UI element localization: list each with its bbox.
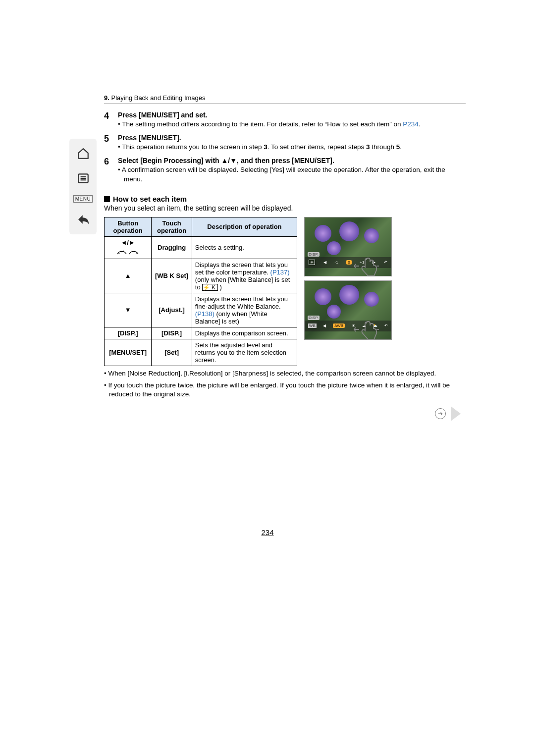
desc-set-return: Sets the adjusted level and returns you …: [192, 339, 297, 366]
square-bullet-icon: [104, 196, 110, 202]
disp-tag: DISP.: [308, 252, 320, 257]
touch-disp: [DISP.]: [152, 327, 192, 339]
step-title: Select [Begin Processing] with ▲/▼, and …: [118, 157, 466, 164]
chapter-number: 9.: [104, 94, 109, 102]
touch-adjust: [Adjust.]: [152, 293, 192, 327]
chapter-header: 9. Playing Back and Editing Images: [104, 94, 466, 104]
home-icon[interactable]: [75, 146, 91, 162]
page-number: 234: [69, 528, 466, 537]
table-row: ◄/► Dragging Selects a setting.: [105, 236, 297, 259]
howto-heading: How to set each item: [104, 195, 466, 203]
step-bullet: • The setting method differs according t…: [118, 120, 466, 129]
table-row: ▲ [WB K Set] Displays the screen that le…: [105, 259, 297, 293]
table-row: ▼ [Adjust.] Displays the screen that let…: [105, 293, 297, 327]
desc-comparison: Displays the comparison screen.: [192, 327, 297, 339]
step-bullet: • A confirmation screen will be displaye…: [118, 165, 466, 183]
side-nav: MENU: [69, 139, 97, 234]
step-title: Press [MENU/SET] and set.: [118, 111, 466, 119]
menu-label[interactable]: MENU: [73, 195, 93, 203]
step-4: 4 Press [MENU/SET] and set. • The settin…: [104, 111, 466, 131]
svg-line-4: [118, 253, 119, 254]
btn-down: ▼: [105, 293, 152, 327]
preview-images: DISP. ☀ ◀ -1 0 +1 ▶ ↶: [304, 217, 393, 340]
howto-intro: When you select an item, the setting scr…: [104, 204, 466, 212]
table-row: [MENU/SET] [Set] Sets the adjusted level…: [105, 339, 297, 366]
table-row: [DISP.] [DISP.] Displays the comparison …: [105, 327, 297, 339]
step-5: 5 Press [MENU/SET]. • This operation ret…: [104, 134, 466, 154]
svg-line-7: [132, 251, 132, 252]
hand-drag-icon: [352, 320, 381, 340]
next-page-button[interactable]: ➔: [431, 406, 461, 421]
note-comparison-limits: • When [Noise Reduction], [i.Resolution]…: [104, 369, 466, 378]
btn-menuset: [MENU/SET]: [105, 339, 152, 366]
col-button-operation: Button operation: [105, 217, 152, 236]
link-p137[interactable]: (P137): [270, 269, 290, 276]
chapter-title: Playing Back and Editing Images: [111, 94, 205, 102]
step-bullet: • This operation returns you to the scre…: [118, 143, 466, 152]
col-description: Description of operation: [192, 217, 297, 236]
desc-select-setting: Selects a setting.: [192, 236, 297, 259]
back-icon[interactable]: [75, 212, 91, 227]
desc-color-temp: Displays the screen that lets you set th…: [192, 259, 297, 293]
btn-up: ▲: [105, 259, 152, 293]
btn-left-right-dial: ◄/►: [105, 236, 152, 259]
kelvin-icon: ⚡ K: [202, 284, 217, 291]
touch-set: [Set]: [152, 339, 192, 366]
contents-icon[interactable]: [75, 170, 91, 186]
link-p138[interactable]: (P138): [195, 310, 214, 318]
note-double-tap-zoom: • If you touch the picture twice, the pi…: [104, 381, 466, 399]
disp-tag: DISP.: [308, 316, 320, 320]
step-number: 6: [104, 157, 118, 185]
svg-line-6: [123, 251, 124, 252]
hand-drag-icon: [352, 256, 381, 276]
step-6: 6 Select [Begin Processing] with ▲/▼, an…: [104, 157, 466, 185]
col-touch-operation: Touch operation: [152, 217, 192, 236]
operation-table: Button operation Touch operation Descrip…: [104, 217, 297, 366]
step-title: Press [MENU/SET].: [118, 134, 466, 142]
touch-wb-k-set: [WB K Set]: [152, 259, 192, 293]
arrow-right-icon: ➔: [435, 408, 446, 419]
link-p234[interactable]: P234: [403, 120, 419, 128]
preview-image-exposure: DISP. ☀ ◀ -1 0 +1 ▶ ↶: [304, 217, 392, 276]
touch-dragging: Dragging: [152, 236, 192, 259]
step-number: 5: [104, 134, 118, 154]
preview-image-wb: DISP. WB ◀ AWB ☀ ☁ ⛅ ↶: [304, 280, 392, 340]
desc-fine-adjust: Displays the screen that lets you fine-a…: [192, 293, 297, 327]
btn-disp: [DISP.]: [105, 327, 152, 339]
step-number: 4: [104, 111, 118, 131]
